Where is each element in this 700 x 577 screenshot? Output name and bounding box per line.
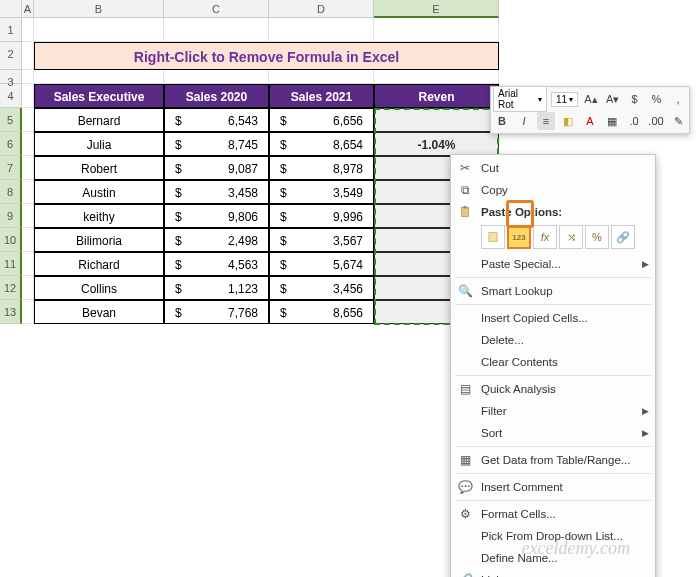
ctx-smart-lookup[interactable]: 🔍Smart Lookup <box>451 280 655 302</box>
table-row: Robert$9,087$8,978 <box>22 156 499 180</box>
ctx-cut[interactable]: ✂Cut <box>451 157 655 179</box>
column-headers: A B C D E <box>0 0 499 18</box>
col-C[interactable]: C <box>164 0 269 18</box>
bold-button[interactable]: B <box>493 112 511 130</box>
table-row: Richard$4,563$5,674 <box>22 252 499 276</box>
paste-transpose-button[interactable]: ⤭ <box>559 225 583 249</box>
header-sales-2021: Sales 2021 <box>269 84 374 108</box>
ctx-get-data[interactable]: ▦Get Data from Table/Range... <box>451 449 655 471</box>
spreadsheet-grid[interactable]: Right-Click to Remove Formula in Excel S… <box>22 18 499 324</box>
svg-rect-2 <box>489 232 497 241</box>
copy-icon: ⧉ <box>457 182 473 198</box>
table-row: Bilimoria$2,498$3,567 <box>22 228 499 252</box>
increase-font-icon[interactable]: A▴ <box>582 90 600 108</box>
font-size-selector[interactable]: 11▾ <box>551 92 578 107</box>
ctx-insert-copied[interactable]: Insert Copied Cells... <box>451 307 655 329</box>
table-row: Bevan$7,768$8,656 <box>22 300 499 324</box>
font-selector[interactable]: Arial Rot▾ <box>493 86 547 112</box>
percent-icon[interactable]: % <box>647 90 665 108</box>
header-sales-exec: Sales Executive <box>34 84 164 108</box>
row-1[interactable]: 1 <box>0 18 22 42</box>
row-2[interactable]: 2 <box>0 42 22 70</box>
row-7[interactable]: 7 <box>0 156 22 180</box>
row-4[interactable]: 4 <box>0 84 22 108</box>
watermark: exceldemy.com <box>522 538 630 559</box>
chevron-right-icon: ▶ <box>642 406 649 416</box>
increase-decimal-icon[interactable]: .00 <box>647 112 665 130</box>
row-headers: 1 2 3 4 5 6 7 8 9 10 11 12 13 <box>0 18 22 324</box>
chevron-right-icon: ▶ <box>642 259 649 269</box>
table-icon: ▦ <box>457 452 473 468</box>
decrease-font-icon[interactable]: A▾ <box>604 90 622 108</box>
italic-button[interactable]: I <box>515 112 533 130</box>
context-menu: ✂Cut ⧉Copy Paste Options: 123 fx ⤭ % 🔗 P… <box>450 154 656 577</box>
header-sales-2020: Sales 2020 <box>164 84 269 108</box>
ctx-clear-contents[interactable]: Clear Contents <box>451 351 655 373</box>
col-E[interactable]: E <box>374 0 499 18</box>
row-13[interactable]: 13 <box>0 300 22 324</box>
format-painter-icon[interactable]: ✎ <box>669 112 687 130</box>
col-A[interactable]: A <box>22 0 34 18</box>
col-B[interactable]: B <box>34 0 164 18</box>
ctx-filter[interactable]: Filter▶ <box>451 400 655 422</box>
ctx-paste-special[interactable]: Paste Special...▶ <box>451 253 655 275</box>
chevron-right-icon: ▶ <box>642 428 649 438</box>
currency-icon[interactable]: $ <box>626 90 644 108</box>
fill-color-icon[interactable]: ◧ <box>559 112 577 130</box>
row-8[interactable]: 8 <box>0 180 22 204</box>
ctx-paste-options-header: Paste Options: <box>451 201 655 223</box>
border-icon[interactable]: ▦ <box>603 112 621 130</box>
table-row: Bernard$6,543$6,656 <box>22 108 499 132</box>
table-row: Collins$1,123$3,456 <box>22 276 499 300</box>
row-5[interactable]: 5 <box>0 108 22 132</box>
mini-toolbar: Arial Rot▾ 11▾ A▴ A▾ $ % , B I ≡ ◧ A ▦ .… <box>490 86 690 134</box>
select-all-corner[interactable] <box>0 0 22 18</box>
table-row: Julia$8,745$8,654-1.04% <box>22 132 499 156</box>
table-row: Austin$3,458$3,549 <box>22 180 499 204</box>
ctx-link[interactable]: 🔗Link <box>451 569 655 577</box>
font-color-icon[interactable]: A <box>581 112 599 130</box>
row-10[interactable]: 10 <box>0 228 22 252</box>
paste-values-button[interactable]: 123 <box>507 225 531 249</box>
paste-link-button[interactable]: 🔗 <box>611 225 635 249</box>
ctx-sort[interactable]: Sort▶ <box>451 422 655 444</box>
ctx-quick-analysis[interactable]: ▤Quick Analysis <box>451 378 655 400</box>
paste-formulas-button[interactable]: fx <box>533 225 557 249</box>
paste-all-button[interactable] <box>481 225 505 249</box>
paste-options-row: 123 fx ⤭ % 🔗 <box>451 223 655 253</box>
decrease-decimal-icon[interactable]: .0 <box>625 112 643 130</box>
page-title: Right-Click to Remove Formula in Excel <box>34 42 499 70</box>
comma-icon[interactable]: , <box>669 90 687 108</box>
ctx-format-cells[interactable]: ⚙Format Cells... <box>451 503 655 525</box>
link-icon: 🔗 <box>457 572 473 577</box>
ctx-insert-comment[interactable]: 💬Insert Comment <box>451 476 655 498</box>
row-11[interactable]: 11 <box>0 252 22 276</box>
ctx-delete[interactable]: Delete... <box>451 329 655 351</box>
header-revenue: Reven <box>374 84 499 108</box>
row-3[interactable]: 3 <box>0 70 22 84</box>
paste-formatting-button[interactable]: % <box>585 225 609 249</box>
table-row: keithy$9,806$9,996 <box>22 204 499 228</box>
svg-rect-1 <box>463 206 467 208</box>
search-icon: 🔍 <box>457 283 473 299</box>
paste-icon <box>457 204 473 220</box>
row-9[interactable]: 9 <box>0 204 22 228</box>
row-12[interactable]: 12 <box>0 276 22 300</box>
comment-icon: 💬 <box>457 479 473 495</box>
cut-icon: ✂ <box>457 160 473 176</box>
format-icon: ⚙ <box>457 506 473 522</box>
align-icon[interactable]: ≡ <box>537 112 555 130</box>
svg-rect-0 <box>462 207 469 216</box>
col-D[interactable]: D <box>269 0 374 18</box>
row-6[interactable]: 6 <box>0 132 22 156</box>
quick-analysis-icon: ▤ <box>457 381 473 397</box>
ctx-copy[interactable]: ⧉Copy <box>451 179 655 201</box>
